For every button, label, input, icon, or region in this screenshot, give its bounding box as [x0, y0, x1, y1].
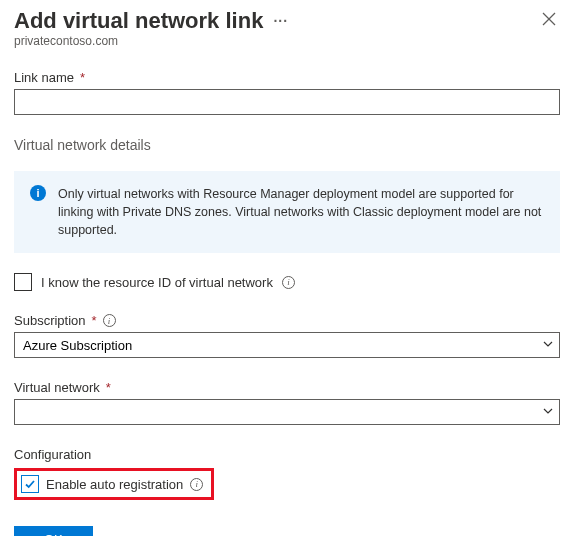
pane-title: Add virtual network link ··· — [14, 8, 288, 34]
virtual-network-label: Virtual network* — [14, 380, 560, 395]
pane-subtitle: privatecontoso.com — [14, 34, 288, 48]
enable-auto-registration-label: Enable auto registration — [46, 477, 183, 492]
know-resource-id-label: I know the resource ID of virtual networ… — [41, 275, 273, 290]
virtual-network-select-wrap — [14, 399, 560, 425]
required-star: * — [80, 70, 85, 85]
link-name-label-text: Link name — [14, 70, 74, 85]
enable-auto-registration-highlight: Enable auto registration i — [14, 468, 214, 500]
title-block: Add virtual network link ··· privatecont… — [14, 8, 288, 48]
enable-auto-registration-checkbox[interactable] — [21, 475, 39, 493]
virtual-network-label-text: Virtual network — [14, 380, 100, 395]
virtual-network-select[interactable] — [14, 399, 560, 425]
ok-button[interactable]: OK — [14, 526, 93, 536]
configuration-heading: Configuration — [14, 447, 560, 462]
know-resource-id-checkbox[interactable] — [14, 273, 32, 291]
vnet-details-heading: Virtual network details — [14, 137, 560, 153]
subscription-label-text: Subscription — [14, 313, 86, 328]
info-tooltip-icon[interactable]: i — [103, 314, 116, 327]
link-name-label: Link name* — [14, 70, 560, 85]
required-star: * — [106, 380, 111, 395]
info-tooltip-icon[interactable]: i — [190, 478, 203, 491]
subscription-select-wrap — [14, 332, 560, 358]
know-resource-id-row: I know the resource ID of virtual networ… — [14, 273, 560, 291]
info-tooltip-icon[interactable]: i — [282, 276, 295, 289]
info-banner-text: Only virtual networks with Resource Mana… — [58, 185, 544, 239]
subscription-select[interactable] — [14, 332, 560, 358]
close-icon[interactable] — [538, 8, 560, 34]
subscription-label: Subscription* i — [14, 313, 560, 328]
required-star: * — [92, 313, 97, 328]
info-icon: i — [30, 185, 46, 201]
title-text: Add virtual network link — [14, 8, 263, 34]
more-icon[interactable]: ··· — [273, 13, 288, 29]
info-banner: i Only virtual networks with Resource Ma… — [14, 171, 560, 253]
link-name-input[interactable] — [14, 89, 560, 115]
pane-header: Add virtual network link ··· privatecont… — [14, 8, 560, 48]
